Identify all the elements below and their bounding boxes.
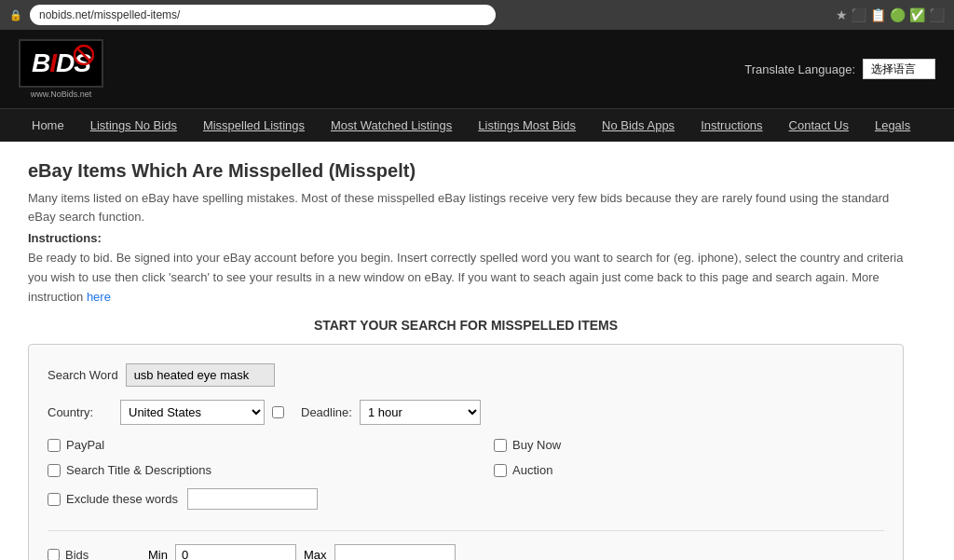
nav-most-watched[interactable]: Most Watched Listings [318, 109, 465, 142]
left-options: PayPal Search Title & Descriptions Exclu… [48, 438, 438, 521]
bids-minmax: Min Max [148, 544, 456, 560]
logo-subtitle: www.NoBids.net [19, 89, 103, 99]
nav-listings-no-bids[interactable]: Listings No Bids [77, 109, 190, 142]
deadline-checkbox[interactable] [272, 406, 284, 418]
browser-icons: ★ ⬛ 📋 🟢 ✅ ⬛ [836, 7, 945, 22]
options-section: PayPal Search Title & Descriptions Exclu… [48, 438, 884, 521]
country-label: Country: [48, 405, 113, 419]
logo-box: BIDS [19, 39, 103, 88]
instructions-link[interactable]: here [87, 290, 111, 304]
paypal-row: PayPal [48, 438, 438, 452]
browser-url[interactable]: nobids.net/misspelled-items/ [30, 5, 496, 25]
auction-row: Auction [494, 463, 884, 477]
page-description: Many items listed on eBay have spelling … [28, 189, 904, 225]
search-title-checkbox[interactable] [48, 464, 61, 477]
search-title-row: Search Title & Descriptions [48, 463, 438, 477]
search-heading: START YOUR SEARCH FOR MISSPELLED ITEMS [28, 318, 904, 333]
translate-label: Translate Language: [744, 62, 855, 76]
exclude-row: Exclude these words [48, 488, 438, 510]
main-content: eBay Items Which Are Misspelled (Misspel… [0, 142, 932, 560]
no-bids-icon [74, 45, 94, 65]
deadline-select[interactable]: 1 hour 2 hours 4 hours 8 hours 1 day 3 d… [360, 400, 481, 425]
site-header: BIDS www.NoBids.net Translate Language: … [0, 30, 954, 108]
site-nav: Home Listings No Bids Misspelled Listing… [0, 108, 954, 142]
exclude-label[interactable]: Exclude these words [66, 492, 178, 506]
bids-check-area: Bids [48, 548, 122, 560]
country-deadline-row: Country: United States United Kingdom Au… [48, 400, 884, 425]
instructions-label: Instructions: [28, 231, 904, 245]
buy-now-row: Buy Now [494, 438, 884, 452]
bids-max-input[interactable] [334, 544, 456, 560]
search-title-label[interactable]: Search Title & Descriptions [66, 463, 211, 477]
bids-row: Bids Min Max [48, 544, 884, 560]
translate-area: Translate Language: 选择语言 [744, 59, 935, 79]
page-title: eBay Items Which Are Misspelled (Misspel… [28, 160, 904, 182]
bids-max-label: Max [304, 548, 327, 560]
nav-legals[interactable]: Legals [862, 109, 923, 142]
right-options: Buy Now Auction [494, 438, 884, 521]
nav-contact-us[interactable]: Contact Us [776, 109, 862, 142]
country-select[interactable]: United States United Kingdom Australia C… [120, 400, 265, 425]
paypal-label[interactable]: PayPal [66, 438, 104, 452]
logo-area: BIDS www.NoBids.net [19, 30, 103, 108]
bids-label[interactable]: Bids [65, 548, 89, 560]
browser-bar: 🔒 nobids.net/misspelled-items/ ★ ⬛ 📋 🟢 ✅… [0, 0, 954, 30]
svg-line-1 [77, 48, 90, 61]
exclude-checkbox[interactable] [48, 493, 61, 506]
paypal-checkbox[interactable] [48, 439, 61, 452]
search-word-row: Search Word [48, 363, 884, 387]
nav-no-bids-apps[interactable]: No Bids Apps [589, 109, 688, 142]
nav-home[interactable]: Home [19, 109, 77, 142]
search-word-input[interactable] [126, 363, 275, 387]
auction-checkbox[interactable] [494, 464, 507, 477]
instructions-text: Be ready to bid. Be signed into your eBa… [28, 249, 904, 307]
divider-1 [48, 530, 884, 531]
search-form: Search Word Country: United States Unite… [28, 344, 904, 560]
buy-now-checkbox[interactable] [494, 439, 507, 452]
bids-min-input[interactable] [175, 544, 296, 560]
nav-misspelled[interactable]: Misspelled Listings [190, 109, 318, 142]
exclude-input[interactable] [187, 488, 318, 510]
buy-now-label[interactable]: Buy Now [512, 438, 561, 452]
translate-select[interactable]: 选择语言 [863, 59, 935, 79]
deadline-label: Deadline: [301, 405, 352, 419]
nav-instructions[interactable]: Instructions [688, 109, 775, 142]
bids-min-label: Min [148, 548, 168, 560]
lock-icon: 🔒 [9, 9, 22, 21]
nav-listings-most-bids[interactable]: Listings Most Bids [465, 109, 589, 142]
search-word-label: Search Word [48, 368, 118, 382]
auction-label[interactable]: Auction [512, 463, 552, 477]
bids-checkbox[interactable] [48, 549, 60, 560]
